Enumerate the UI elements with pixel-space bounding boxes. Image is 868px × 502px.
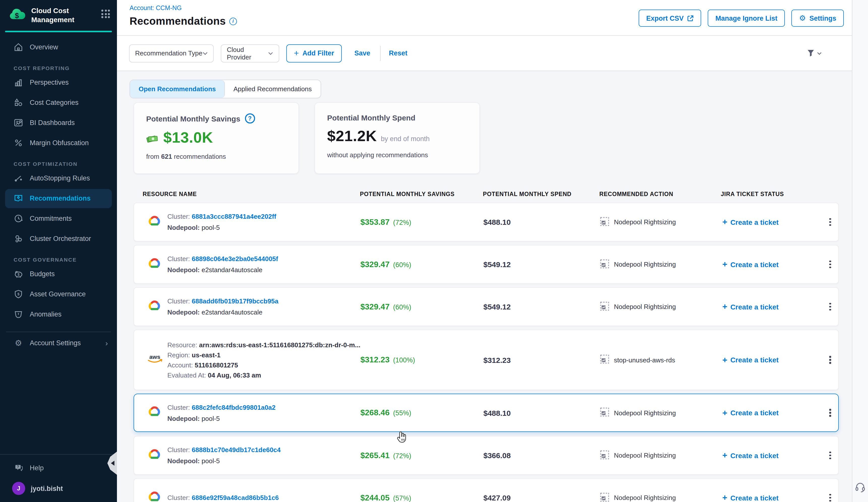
kebab-menu-icon[interactable] (825, 447, 835, 463)
apps-grid-icon[interactable] (101, 10, 110, 18)
kebab-menu-icon[interactable] (825, 352, 835, 368)
filter-bar: Recommendation Type Cloud Provider + Add… (117, 35, 852, 71)
kebab-menu-icon[interactable] (825, 405, 835, 421)
sidebar-item-recommendations[interactable]: Recommendations (5, 189, 112, 208)
scrollbar-gutter[interactable] (852, 0, 868, 502)
resource-cluster-link[interactable]: 6881a3ccc887941a4ee202ff (192, 213, 276, 220)
plus-icon: + (722, 302, 727, 311)
monthly-savings-cell: $312.23(100%) (360, 355, 483, 364)
sidebar-item-commitments[interactable]: Commitments (0, 209, 117, 229)
percent-icon (14, 138, 23, 148)
create-ticket-link[interactable]: +Create a ticket (722, 451, 825, 460)
sidebar-item-label: Margin Obfuscation (30, 139, 89, 147)
export-csv-button[interactable]: Export CSV (639, 10, 701, 27)
table-row[interactable]: Cluster: 6881a3ccc887941a4ee202ffNodepoo… (134, 202, 839, 241)
monthly-savings-cell: $353.87(72%) (360, 218, 483, 227)
resource-cluster-link[interactable]: 6886e92f59a48cad86b5b1c6 (192, 494, 279, 502)
savings-percent: (55%) (393, 409, 411, 417)
kebab-menu-icon[interactable] (825, 490, 835, 502)
resource-field-value: pool-5 (202, 224, 220, 231)
kebab-menu-icon[interactable] (825, 256, 835, 272)
sidebar-item-cost-categories[interactable]: Cost Categories (0, 93, 117, 113)
question-icon[interactable]: ? (245, 113, 255, 124)
table-row[interactable]: Cluster: 68898c064e3e2ba0e544005fNodepoo… (134, 245, 839, 284)
resource-field-label: Cluster: (167, 404, 192, 411)
action-icon (600, 492, 609, 502)
recommended-action-cell: Nodepool Rightsizing (600, 259, 722, 270)
tab-applied-recommendations[interactable]: Applied Recommendations (225, 80, 320, 98)
kebab-menu-icon[interactable] (825, 214, 835, 230)
tab-open-recommendations[interactable]: Open Recommendations (130, 80, 225, 98)
sidebar-item-bi-dashboards[interactable]: BI Dashboards (0, 113, 117, 133)
sidebar-item-help[interactable]: ? Help (0, 458, 117, 478)
sidebar-item-budgets[interactable]: $Budgets (0, 264, 117, 284)
filter-panel-toggle[interactable] (807, 49, 822, 57)
resource-name-cell: Cluster: 6888b1c70e49db17c1de60c4Nodepoo… (167, 446, 360, 465)
create-ticket-link[interactable]: +Create a ticket (722, 218, 825, 226)
action-label: Nodepool Rightsizing (614, 218, 676, 226)
sidebar-item-anomalies[interactable]: Anomalies (0, 304, 117, 325)
sidebar-item-label: Perspectives (30, 79, 69, 86)
resource-field-value: 04 Aug, 06:33 am (208, 371, 261, 379)
sidebar-item-account-settings[interactable]: ⚙Account Settings› (0, 333, 117, 353)
manage-ignore-list-button[interactable]: Manage Ignore List (708, 10, 785, 27)
plus-icon: + (722, 356, 727, 364)
table-row[interactable]: Cluster: 688add6fb019b17f9bccb95aNodepoo… (134, 287, 839, 326)
sidebar-item-perspectives[interactable]: Perspectives (0, 73, 117, 93)
resource-field-label: Nodepool: (167, 308, 202, 316)
kebab-menu-icon[interactable] (825, 299, 835, 315)
app-window: $ Cloud Cost Management OverviewCOST REP… (0, 0, 868, 502)
column-header: POTENTIAL MONTHLY SAVINGS (360, 191, 455, 197)
svg-text:$: $ (18, 273, 20, 277)
top-bar: Account: CCM-NG Recommendations i Export… (117, 0, 852, 35)
create-ticket-link[interactable]: +Create a ticket (722, 408, 825, 417)
resource-field-label: Cluster: (167, 213, 192, 220)
savings-amount: $268.46 (360, 408, 390, 417)
create-ticket-link[interactable]: +Create a ticket (722, 302, 825, 311)
shapes-icon (14, 98, 23, 108)
support-headset-icon[interactable] (854, 481, 866, 495)
save-filter-button[interactable]: Save (354, 49, 370, 57)
resource-name-cell: Cluster: 6886e92f59a48cad86b5b1c6 (167, 494, 360, 502)
recommend-icon (14, 194, 23, 203)
tab-group: Open Recommendations Applied Recommendat… (130, 80, 321, 98)
breadcrumb-account[interactable]: Account: CCM-NG (130, 4, 182, 12)
table-row[interactable]: Cluster: 6888b1c70e49db17c1de60c4Nodepoo… (134, 436, 839, 475)
table-row[interactable]: awsResource: arn:aws:rds:us-east-1:51161… (134, 330, 839, 390)
sidebar-item-autostopping-rules[interactable]: AutoStopping Rules (0, 168, 117, 188)
sidebar-item-margin-obfuscation[interactable]: Margin Obfuscation (0, 133, 117, 153)
potential-monthly-spend-card: Potential Monthly Spend $21.2K by end of… (314, 102, 480, 174)
gcp-icon (134, 405, 167, 420)
resource-name-cell: Cluster: 68898c064e3e2ba0e544005fNodepoo… (167, 255, 360, 274)
create-ticket-link[interactable]: +Create a ticket (722, 260, 825, 269)
resource-cluster-link[interactable]: 688add6fb019b17f9bccb95a (192, 297, 279, 305)
resource-field-label: Region: (167, 351, 192, 359)
resource-cluster-link[interactable]: 6888b1c70e49db17c1de60c4 (192, 446, 281, 453)
sidebar-item-label: Recommendations (30, 195, 91, 202)
table-row[interactable]: Cluster: 6886e92f59a48cad86b5b1c6$244.05… (134, 478, 839, 502)
reset-filter-button[interactable]: Reset (389, 49, 407, 57)
cloud-provider-select[interactable]: Cloud Provider (221, 44, 279, 62)
resource-field-label: Account: (167, 361, 195, 369)
resource-cluster-link[interactable]: 68898c064e3e2ba0e544005f (192, 255, 278, 263)
resource-cluster-link[interactable]: 688c2fefc84fbdc99801a0a2 (192, 404, 276, 411)
create-ticket-link[interactable]: +Create a ticket (722, 356, 825, 364)
spend-amount: $21.2K (327, 127, 377, 145)
create-ticket-link[interactable]: +Create a ticket (722, 493, 825, 502)
settings-button[interactable]: ⚙ Settings (792, 10, 844, 27)
user-avatar: J (12, 482, 25, 495)
monthly-spend-cell: $549.12 (483, 302, 600, 311)
sidebar-item-label: Cluster Orchestrator (30, 235, 91, 243)
table-row[interactable]: Cluster: 688c2fefc84fbdc99801a0a2Nodepoo… (134, 394, 839, 432)
alert-icon (14, 310, 23, 319)
add-filter-button[interactable]: + Add Filter (286, 44, 342, 62)
recommendation-type-select[interactable]: Recommendation Type (129, 44, 214, 62)
sidebar-user[interactable]: J jyoti.bisht (0, 478, 117, 502)
sidebar-item-asset-governance[interactable]: $Asset Governance (0, 284, 117, 304)
sidebar-item-overview[interactable]: Overview (0, 37, 117, 57)
accent-bar (5, 31, 112, 32)
savings-amount: $13.0K (163, 129, 213, 146)
sidebar-item-cluster-orchestrator[interactable]: Cluster Orchestrator (0, 229, 117, 249)
recommended-action-cell: Nodepool Rightsizing (600, 301, 722, 312)
info-icon[interactable]: i (229, 18, 237, 25)
